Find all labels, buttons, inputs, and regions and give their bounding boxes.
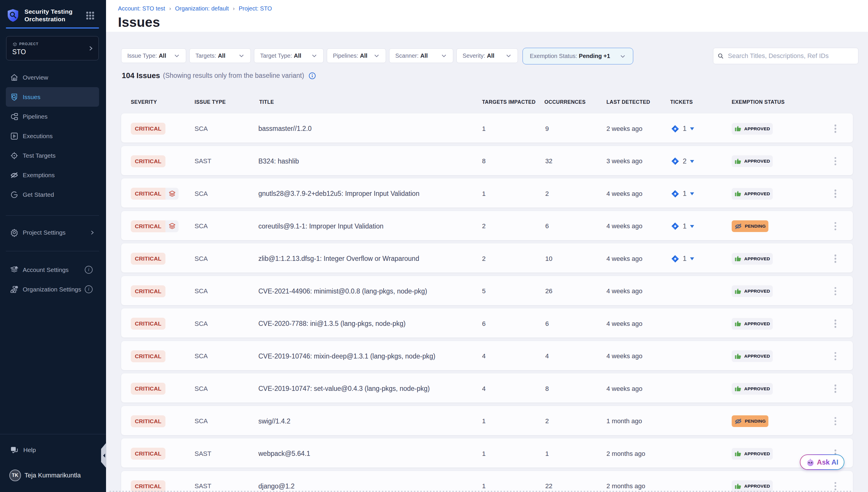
svg-text:?: ? <box>12 447 15 451</box>
